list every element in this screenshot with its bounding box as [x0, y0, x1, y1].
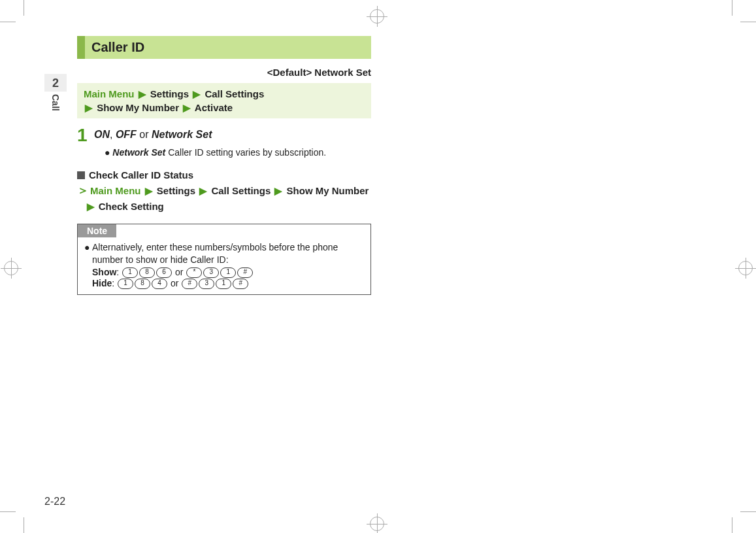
key-icon: # [233, 279, 248, 289]
or-text: or [175, 267, 186, 277]
comma: , [110, 129, 116, 140]
menu-path-primary: Main Menu ▶ Settings ▶ Call Settings ▶ S… [77, 83, 371, 118]
arrow-icon: ▶ [86, 201, 96, 212]
path-item: Show My Number [287, 185, 369, 196]
step-body: ON, OFF or Network Set [94, 126, 212, 141]
key-icon: 8 [135, 279, 150, 289]
crop-mark [24, 0, 24, 16]
crop-mark [0, 511, 16, 512]
section-header: Caller ID [77, 36, 371, 59]
header-accent [77, 36, 85, 59]
crop-mark [740, 511, 756, 512]
key-icon: 4 [152, 279, 167, 289]
registration-mark [370, 9, 384, 24]
or-text: or [137, 129, 152, 140]
key-icon: * [186, 267, 202, 278]
key-icon: 6 [156, 267, 172, 278]
square-icon [77, 171, 85, 179]
path-item: Settings [150, 88, 189, 99]
note-hide-line: Hide: 184 or #31# [78, 278, 370, 289]
arrow-icon: ▶ [191, 88, 202, 99]
arrow-icon: ▶ [84, 102, 94, 113]
show-label: Show [92, 267, 116, 277]
note-rest: Caller ID setting varies by subscription… [165, 147, 326, 158]
subheading-text: Check Caller ID Status [89, 169, 193, 181]
page-number: 2-22 [44, 496, 65, 507]
note-label: Note [78, 224, 116, 237]
menu-path-secondary: ＞Main Menu ▶ Settings ▶ Call Settings ▶ … [77, 182, 371, 215]
crop-mark [0, 22, 16, 22]
key-icon: 1 [216, 279, 231, 289]
crop-mark [24, 517, 24, 533]
key-icon: 8 [139, 267, 155, 278]
note-body: ● Alternatively, enter these numbers/sym… [78, 237, 370, 267]
arrow-icon: ▶ [144, 185, 154, 196]
arrow-icon: ▶ [198, 185, 208, 196]
or-text: or [171, 278, 181, 288]
key-icon: 1 [122, 267, 138, 278]
crop-mark [732, 0, 732, 16]
path-item: Check Setting [99, 201, 164, 212]
key-icon: # [237, 267, 253, 278]
note-term: Network Set [112, 147, 165, 158]
bullet-icon: ● [105, 147, 110, 158]
section-title: Caller ID [85, 36, 371, 59]
key-icon: # [182, 279, 197, 289]
option-network-set: Network Set [152, 129, 212, 140]
key-icon: 3 [199, 279, 214, 289]
arrow-icon: ▶ [182, 102, 192, 113]
step-number: 1 [77, 126, 94, 145]
path-item: Call Settings [211, 185, 271, 196]
hide-label: Hide [92, 278, 112, 288]
note-box: Note ● Alternatively, enter these number… [77, 224, 371, 296]
path-item: Activate [195, 102, 233, 113]
arrow-icon: ▶ [273, 185, 284, 196]
option-off: OFF [116, 129, 137, 140]
path-item: Call Settings [205, 88, 264, 99]
bullet-icon: ● [84, 241, 90, 254]
crop-mark [740, 22, 756, 22]
step-row: 1 ON, OFF or Network Set [77, 126, 371, 145]
arrow-icon: ▶ [137, 88, 148, 99]
note-text: Alternatively, enter these numbers/symbo… [92, 242, 338, 266]
path-item: Show My Number [97, 102, 179, 113]
step-subnote: ● Network Set Caller ID setting varies b… [105, 147, 371, 158]
subheading: Check Caller ID Status [77, 169, 371, 181]
key-icon: 3 [203, 267, 219, 278]
registration-mark [370, 517, 384, 531]
option-on: ON [94, 129, 110, 140]
crop-mark [732, 517, 732, 533]
path-item: Main Menu [84, 88, 135, 99]
page-content: Caller ID <Default> Network Set Main Men… [44, 36, 378, 295]
path-item: Settings [157, 185, 195, 196]
key-icon: 1 [118, 279, 133, 289]
registration-mark [738, 261, 753, 275]
key-icon: 1 [220, 267, 236, 278]
registration-mark [4, 261, 18, 275]
note-show-line: Show: 186 or *31# [78, 267, 370, 278]
default-value-line: <Default> Network Set [77, 67, 371, 78]
path-item: Main Menu [90, 185, 141, 196]
chevron-icon: ＞ [77, 184, 90, 197]
